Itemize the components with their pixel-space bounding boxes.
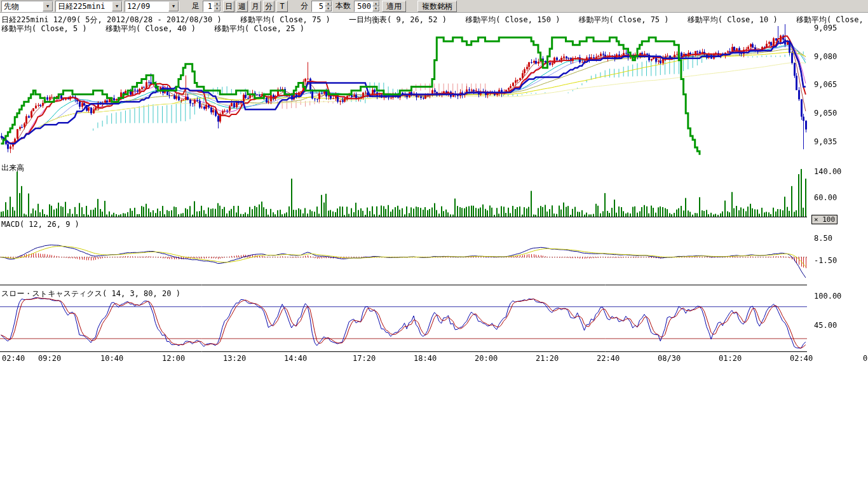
period-month-button[interactable]: 月: [250, 1, 261, 12]
minute-spinner[interactable]: ▲ ▼: [325, 1, 332, 11]
spinner-down-icon[interactable]: ▼: [214, 6, 220, 11]
price-tick-9050: 9,050: [814, 109, 837, 118]
time-axis-label: 12:00: [162, 354, 185, 363]
symbol-value: 日経225mini: [56, 1, 112, 11]
volume-tick-140: 140.00: [814, 167, 841, 176]
macd-tick-low: -1.50: [814, 256, 837, 265]
contract-month-select[interactable]: 12/09 ▼: [125, 1, 179, 12]
time-axis-label: 21:20: [536, 354, 559, 363]
time-axis-label: 14:40: [284, 354, 307, 363]
time-axis-label: 02:40: [2, 354, 25, 363]
apply-button[interactable]: 適用: [382, 1, 406, 12]
bar-interval-spinbox: ▲ ▼: [203, 1, 221, 12]
price-tick-9035: 9,035: [814, 137, 837, 146]
spinner-up-icon[interactable]: ▲: [325, 1, 332, 6]
chevron-down-icon[interactable]: ▼: [112, 1, 122, 11]
chevron-down-icon[interactable]: ▼: [168, 1, 179, 11]
bar-count-input[interactable]: [355, 1, 372, 11]
time-axis-label: 18:40: [414, 354, 437, 363]
toolbar: 先物 ▼ 日経225mini ▼ 12/09 ▼ 足 ▲ ▼ 日 週 月 分 T…: [0, 0, 868, 13]
bar-type-label: 足: [191, 1, 201, 11]
spinner-up-icon[interactable]: ▲: [214, 1, 220, 6]
time-axis-label: 0: [863, 354, 867, 363]
legend-ma75b: 移動平均( Close, 75 ): [579, 15, 669, 24]
stoch-tick-45: 45.00: [814, 321, 837, 330]
period-minute-button[interactable]: 分: [263, 1, 275, 12]
time-axis-label: 08/30: [658, 354, 681, 363]
legend-ma75: 移動平均( Close, 75 ): [240, 15, 330, 24]
price-tick-9095: 9,095: [814, 24, 837, 32]
multi-symbol-button[interactable]: 複数銘柄: [417, 1, 457, 12]
minute-spinbox: ▲ ▼: [311, 1, 332, 12]
minute-input[interactable]: [312, 1, 325, 11]
minute-label: 分: [299, 1, 309, 11]
bar-interval-input[interactable]: [203, 1, 214, 11]
bar-count-spinner[interactable]: ▲ ▼: [372, 1, 379, 11]
time-axis-label: 22:40: [597, 354, 620, 363]
bar-count-label: 本数: [334, 1, 352, 11]
spinner-down-icon[interactable]: ▼: [372, 6, 379, 11]
instrument-type-select[interactable]: 先物 ▼: [1, 1, 53, 12]
stoch-tick-100: 100.00: [814, 292, 841, 301]
legend-ma40: 移動平均( Close, 40 ): [105, 24, 196, 33]
period-week-button[interactable]: 週: [236, 1, 248, 12]
macd-tick-high: 8.50: [814, 234, 832, 243]
price-chart-canvas[interactable]: [0, 13, 868, 366]
instrument-type-value: 先物: [2, 1, 43, 11]
bar-count-spinbox: ▲ ▼: [354, 1, 380, 12]
spinner-down-icon[interactable]: ▼: [325, 6, 332, 11]
time-axis-label: 10:40: [100, 354, 123, 363]
chart-legend-line2: 移動平均( Close, 5 ) 移動平均( Close, 40 ) 移動平均(…: [1, 24, 318, 34]
time-axis-label: 20:00: [475, 354, 498, 363]
time-axis-label: 09:20: [38, 354, 61, 363]
bar-interval-spinner[interactable]: ▲ ▼: [214, 1, 220, 11]
legend-ma150: 移動平均( Close, 150 ): [465, 15, 560, 24]
price-tick-9065: 9,065: [814, 80, 837, 89]
chevron-down-icon[interactable]: ▼: [43, 1, 53, 11]
volume-multiplier-badge: × 100: [811, 215, 837, 224]
legend-ma5: 移動平均( Close, 5 ): [1, 24, 87, 33]
time-axis-label: 17:20: [353, 354, 376, 363]
legend-ma20: 移動平均( Close, 20 ): [796, 15, 868, 24]
chart-area: 日経225mini 12/09( 5分, 2012/08/28 - 2012/0…: [0, 13, 868, 366]
period-tick-button[interactable]: T: [276, 1, 288, 12]
price-tick-9080: 9,080: [814, 52, 837, 61]
spinner-up-icon[interactable]: ▲: [372, 1, 379, 6]
legend-ma25: 移動平均( Close, 25 ): [214, 24, 304, 33]
time-axis-label: 13:20: [223, 354, 246, 363]
contract-month-value: 12/09: [125, 1, 168, 11]
stoch-panel-title: スロー・ストキャスティクス( 14, 3, 80, 20 ): [1, 288, 180, 299]
time-axis-label: 01:20: [719, 354, 742, 363]
macd-panel-title: MACD( 12, 26, 9 ): [1, 220, 79, 229]
volume-tick-60: 60.00: [814, 193, 837, 202]
legend-symbol: 日経225mini 12/09( 5分, 2012/08/28 - 2012/0…: [1, 15, 222, 24]
legend-ma10: 移動平均( Close, 10 ): [688, 15, 778, 24]
symbol-select[interactable]: 日経225mini ▼: [55, 1, 123, 12]
period-day-button[interactable]: 日: [223, 1, 234, 12]
volume-panel-title: 出来高: [1, 163, 24, 173]
legend-ichimoku: 一目均衡表( 9, 26, 52 ): [349, 15, 447, 24]
time-axis-label: 02:40: [790, 354, 813, 363]
